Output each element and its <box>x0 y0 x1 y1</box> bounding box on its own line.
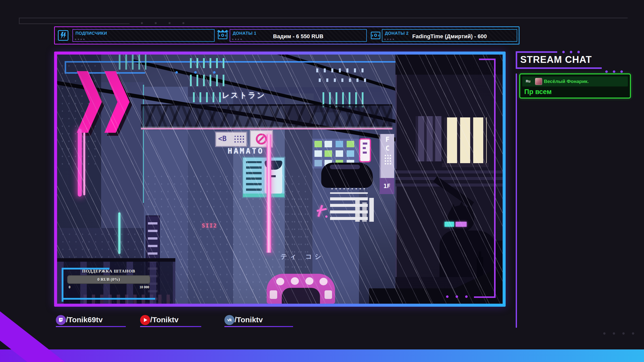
goal-range-max: 10 000 <box>132 285 149 289</box>
subscribers-widget: ПОДПИСЧИКИ <box>72 29 215 42</box>
inner-frame-line <box>494 59 496 298</box>
chat-left-line <box>516 73 517 328</box>
social-link-youtube[interactable]: /Toniktv <box>140 315 202 327</box>
social-link-twitch[interactable]: /Tonik69tv <box>56 315 126 327</box>
donations2-money-icon <box>371 32 380 39</box>
donations1-value: Вадим - 6 550 RUB <box>230 33 366 40</box>
subscribers-label: ПОДПИСЧИКИ <box>75 31 107 36</box>
vk-handle: /Toniktv <box>234 315 263 324</box>
donations2-widget: ДОНАТЫ 2 FadingTime (Дмиртий) - 600 <box>382 29 517 42</box>
goal-progress-bar: 0 RUB (0%) <box>67 275 150 284</box>
youtube-handle: /Toniktv <box>150 315 179 324</box>
twitch-icon <box>56 315 66 325</box>
goal-range-min: 0 <box>69 285 70 289</box>
chat-message: Ru Весёлый Фонарик. Пр всем <box>519 73 631 99</box>
chat-message-text: Пр всем <box>524 88 552 96</box>
chat-title: STREAM CHAT <box>520 54 592 65</box>
chat-badge: Ru <box>526 79 531 83</box>
donation-goal-widget: ПОДДЕРЖКА ШТАНОВ 0 RUB (0%) 0 10 000 <box>57 258 175 304</box>
chat-message-header: Ru Весёлый Фонарик. <box>522 76 628 86</box>
donations1-widget: ДОНАТЫ 1 Вадим - 6 550 RUB <box>230 29 367 42</box>
goal-title: ПОДДЕРЖКА ШТАНОВ <box>67 269 150 274</box>
donations2-value: FadingTime (Дмиртий) - 600 <box>382 33 517 40</box>
chat-title-bracket <box>516 51 557 53</box>
subscribers-lightning-icon <box>58 30 68 41</box>
avatar <box>535 78 542 85</box>
top-faint-line <box>19 18 628 18</box>
goal-progress-text: 0 RUB (0%) <box>67 275 150 284</box>
pixel-art-scene: レストラン <B HAMATO <box>57 55 503 304</box>
stream-video-frame: レストラン <B HAMATO <box>54 52 506 307</box>
top-widget-bar: ПОДПИСЧИКИ ДОНАТЫ 1 Вадим - 6 550 RUB ДО… <box>54 26 519 44</box>
vk-icon: vk <box>224 315 234 325</box>
bottom-gradient-bar <box>0 349 644 362</box>
social-link-vk[interactable]: vk /Toniktv <box>224 315 294 327</box>
youtube-icon <box>140 315 150 325</box>
twitch-handle: /Tonik69tv <box>66 315 103 324</box>
stream-overlay: { "app": {"type": "stream-overlay"}, "to… <box>0 0 644 362</box>
donations1-money-icon <box>218 32 227 39</box>
chat-username: Весёлый Фонарик. <box>544 79 589 84</box>
